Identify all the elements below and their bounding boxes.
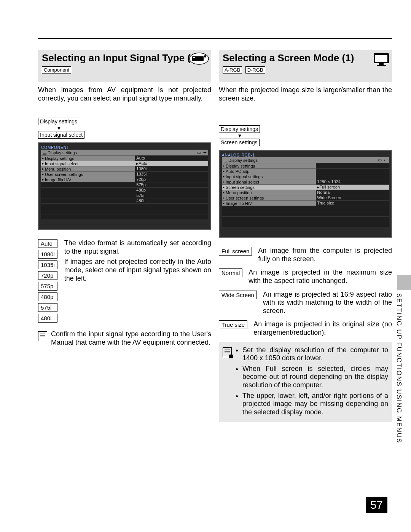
menu-screenshot-left: COMPONENT ▭ Display settings ▭ ↩ ▸Displa… <box>38 142 211 230</box>
note-item: When Full screen is selected, circles ma… <box>242 365 388 390</box>
ss-titlebar: ▭ Display settings ▭ ↩ <box>222 157 389 163</box>
option-tag: Auto <box>38 239 57 248</box>
breadcrumb: Display settings ▼ Input signal select <box>38 118 211 139</box>
option-description: An image from the computer is projected … <box>258 247 392 263</box>
svg-rect-5 <box>375 55 387 62</box>
chevron-down-icon: ▼ <box>219 133 261 139</box>
menu-screenshot-right: ANALOG RGB-1 ▭ Display settings ▭ ↩ ▸Dis… <box>219 150 392 238</box>
top-rule <box>38 38 392 39</box>
option-tag: 575p <box>38 282 57 291</box>
option-tag: 1035i <box>38 260 57 269</box>
option-pair: Full screenAn image from the computer is… <box>219 247 392 263</box>
ss-bar-label: Display settings <box>48 150 77 155</box>
right-column: Selecting a Screen Mode (1) A-RGB D-RGB … <box>219 50 392 422</box>
option-pair: Wide ScreenAn image is projected at 16:9… <box>219 291 392 315</box>
ss-bar-label: Display settings <box>228 158 258 163</box>
signal-tag: A-RGB <box>223 66 242 73</box>
intro-text: When images from AV equipment is not pro… <box>38 86 211 102</box>
option-tag: 480i <box>38 314 57 323</box>
ss-heading: ANALOG RGB-1 <box>222 153 389 157</box>
breadcrumb: Display settings ▼ Screen settings <box>219 125 392 146</box>
option-tag: 1080i <box>38 250 57 259</box>
crumb-step: Display settings <box>219 125 260 133</box>
option-tag: Wide Screen <box>219 291 257 299</box>
svg-rect-7 <box>377 65 386 66</box>
crumb-step: Screen settings <box>219 139 260 146</box>
svg-rect-6 <box>379 63 384 65</box>
note-lock-icon <box>223 347 232 357</box>
note-block: Confirm the input signal type according … <box>38 330 211 347</box>
left-column: Selecting an Input Signal Type (3) Compo… <box>38 50 211 422</box>
ss-titlebar: ▭ Display settings ▭ ↩ <box>41 150 208 155</box>
option-pair: True sizeAn image is projected in its or… <box>219 320 392 337</box>
section-header-right: Selecting a Screen Mode (1) A-RGB D-RGB <box>219 50 392 82</box>
option-description: An image is projected in its original si… <box>253 320 392 337</box>
option-description: An image is projected in the maximum siz… <box>249 268 392 285</box>
option-tag: 720p <box>38 271 57 280</box>
page-number: 57 <box>366 497 387 513</box>
monitor-icon <box>373 53 390 68</box>
option-description: An image is projected at 16:9 aspect rat… <box>263 291 392 315</box>
note-text: Confirm the input signal type according … <box>51 330 211 347</box>
tag-row: A-RGB D-RGB <box>223 66 388 73</box>
display-icon: ▭ <box>43 151 46 154</box>
option-tag: Full screen <box>219 247 252 256</box>
option-tag: True size <box>219 320 247 329</box>
svg-rect-1 <box>192 56 204 61</box>
crumb-step: Input signal select <box>38 131 84 139</box>
note-item: Set the display resolution of the comput… <box>242 346 388 363</box>
note-item: The upper, lower, left, and/or right por… <box>242 392 388 417</box>
crumb-step: Display settings <box>38 118 79 125</box>
tag-row: Component <box>42 66 207 73</box>
note-icon <box>38 331 47 341</box>
display-icon: ▭ <box>223 159 227 162</box>
option-pair: NormalAn image is projected in the maxim… <box>219 268 392 285</box>
intro-text: When the projected image size is larger/… <box>219 86 392 102</box>
section-title: Selecting a Screen Mode (1) <box>223 53 388 64</box>
option-tag: 575i <box>38 303 57 312</box>
ss-heading: COMPONENT <box>41 145 208 150</box>
signal-tag: D-RGB <box>245 66 265 73</box>
svg-point-3 <box>204 55 206 58</box>
option-tag: Normal <box>219 268 242 277</box>
chevron-down-icon: ▼ <box>38 125 80 131</box>
side-section-label: SETTING UP FUNCTIONS USING MENUS <box>395 293 403 443</box>
side-tab <box>397 275 411 290</box>
svg-rect-2 <box>193 57 195 58</box>
note-list: Set the display resolution of the comput… <box>236 346 388 419</box>
section-title: Selecting an Input Signal Type (3) <box>42 53 207 64</box>
option-list: Auto1080i1035i720p575p480p575i480i <box>38 239 59 323</box>
option-tag: 480p <box>38 292 57 301</box>
av-device-icon <box>189 53 209 66</box>
section-header-left: Selecting an Input Signal Type (3) Compo… <box>38 50 211 82</box>
option-description: The video format is automatically set ac… <box>64 239 211 323</box>
signal-tag: Component <box>42 66 71 73</box>
note-block: Set the display resolution of the comput… <box>219 342 392 423</box>
